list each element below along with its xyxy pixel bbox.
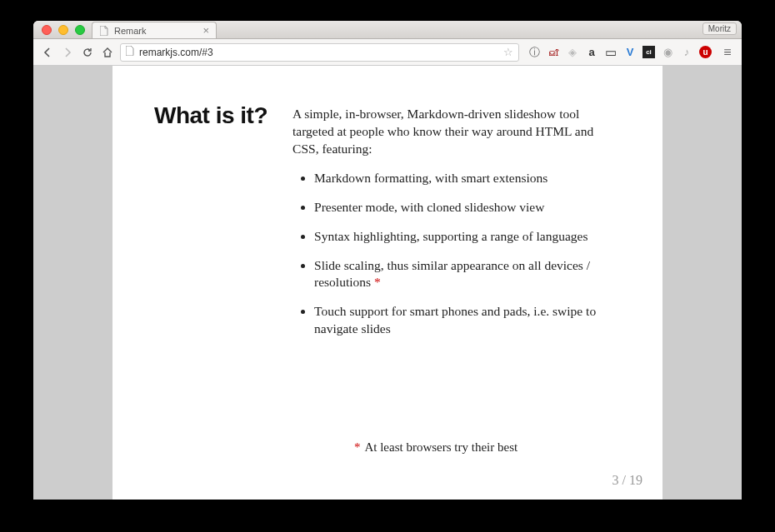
audio-extension-icon[interactable]: ♪ xyxy=(680,46,693,59)
close-window-button[interactable] xyxy=(42,25,52,35)
slide-page-number: 3 / 19 xyxy=(612,473,642,488)
slide-intro: A simple, in-browser, Markdown-driven sl… xyxy=(292,106,621,158)
slide-footnote: * At least browsers try their best xyxy=(354,440,518,455)
couch-extension-icon[interactable]: 🛋 xyxy=(547,46,560,59)
list-item: Touch support for smart phones and pads,… xyxy=(314,303,621,338)
profile-button[interactable]: Moritz xyxy=(702,22,737,35)
list-item: Presenter mode, with cloned slideshow vi… xyxy=(314,199,621,216)
amazon-extension-icon[interactable]: a xyxy=(585,46,598,59)
page-icon xyxy=(99,26,109,36)
slide-content: What is it? A simple, in-browser, Markdo… xyxy=(154,106,621,350)
traffic-lights xyxy=(33,25,85,35)
camera-extension-icon[interactable]: ◉ xyxy=(661,46,674,59)
url-text: remarkjs.com/#3 xyxy=(139,47,213,58)
maximize-window-button[interactable] xyxy=(75,25,85,35)
slide-body: A simple, in-browser, Markdown-driven sl… xyxy=(292,106,621,350)
browser-toolbar: remarkjs.com/#3 ☆ ⓘ 🛋 ◈ a ▭ V ci ◉ ♪ u ≡ xyxy=(33,39,742,66)
ci-extension-icon[interactable]: ci xyxy=(642,46,655,58)
browser-tab[interactable]: Remark × xyxy=(92,22,217,38)
page-viewport: What is it? A simple, in-browser, Markdo… xyxy=(33,66,742,500)
slide-bullets: Markdown formatting, with smart extensio… xyxy=(292,170,621,338)
extension-icons: ⓘ 🛋 ◈ a ▭ V ci ◉ ♪ u xyxy=(524,46,715,59)
window-titlebar: Remark × Moritz xyxy=(33,21,742,39)
footnote-text: At least browsers try their best xyxy=(364,440,518,454)
info-extension-icon[interactable]: ⓘ xyxy=(528,46,541,59)
v-extension-icon[interactable]: V xyxy=(623,46,637,59)
shield-extension-icon[interactable]: ◈ xyxy=(566,46,579,59)
slide[interactable]: What is it? A simple, in-browser, Markdo… xyxy=(112,66,662,500)
site-info-icon[interactable] xyxy=(126,46,134,58)
footnote-asterisk: * xyxy=(374,275,381,289)
bookmark-star-icon[interactable]: ☆ xyxy=(503,46,513,58)
back-button[interactable] xyxy=(40,45,55,60)
tab-title: Remark xyxy=(114,26,147,36)
browser-window: Remark × Moritz remarkjs.com/#3 ☆ ⓘ 🛋 xyxy=(33,21,742,500)
forward-button[interactable] xyxy=(60,45,75,60)
screen-extension-icon[interactable]: ▭ xyxy=(604,46,618,59)
footnote-marker: * xyxy=(354,440,361,454)
ublock-extension-icon[interactable]: u xyxy=(699,46,712,58)
minimize-window-button[interactable] xyxy=(58,25,68,35)
slide-heading: What is it? xyxy=(154,102,268,350)
close-tab-icon[interactable]: × xyxy=(202,24,209,37)
menu-button[interactable]: ≡ xyxy=(720,45,735,60)
list-item: Markdown formatting, with smart extensio… xyxy=(314,170,621,187)
list-item: Syntax highlighting, supporting a range … xyxy=(314,228,621,246)
home-button[interactable] xyxy=(100,45,115,60)
tab-strip: Remark × xyxy=(92,22,217,38)
list-item: Slide scaling, thus similar appearance o… xyxy=(314,257,621,292)
reload-button[interactable] xyxy=(80,45,95,60)
address-bar[interactable]: remarkjs.com/#3 ☆ xyxy=(120,43,519,62)
